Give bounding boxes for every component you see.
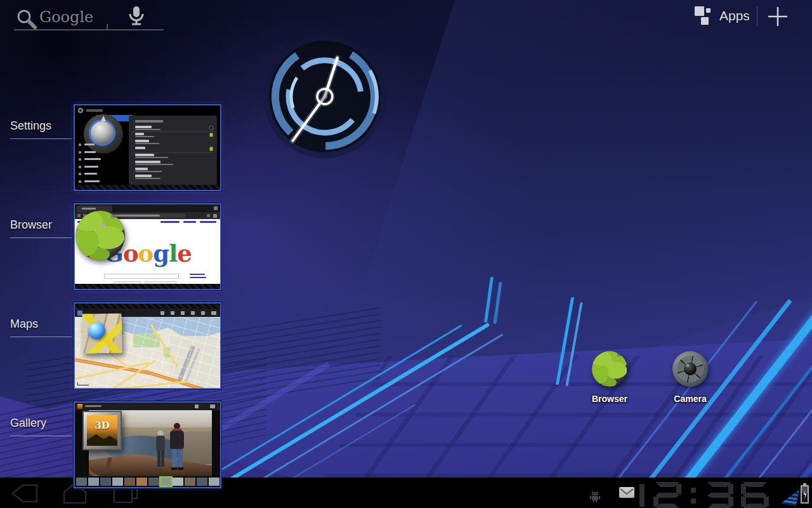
gallery-action-bar xyxy=(75,403,220,410)
settings-panel-row xyxy=(135,175,152,177)
settings-list-item xyxy=(79,158,81,161)
usb-debugging-icon xyxy=(589,490,601,503)
settings-list-item xyxy=(79,180,81,183)
settings-list-item xyxy=(84,151,96,153)
settings-list-item xyxy=(84,173,97,175)
settings-list-item xyxy=(79,173,81,175)
top-right-cluster: Apps xyxy=(672,0,812,33)
email-notification-icon xyxy=(619,487,634,498)
google-logo-letter: g xyxy=(153,239,169,267)
google-search-widget[interactable]: Google xyxy=(0,0,178,38)
settings-panel-row xyxy=(135,147,145,149)
recent-thumbnail-settings[interactable] xyxy=(74,104,221,191)
thumb-hatch xyxy=(75,185,220,190)
google-logo-letter: e xyxy=(177,239,192,267)
settings-panel-row xyxy=(135,157,168,159)
battery-charging-icon xyxy=(801,483,809,504)
clock-digit xyxy=(741,482,769,508)
settings-panel-row xyxy=(135,178,160,180)
settings-gear-icon xyxy=(78,108,83,113)
settings-checkbox xyxy=(209,147,214,151)
settings-list-item xyxy=(79,144,81,146)
shortcut-camera[interactable]: Camera xyxy=(657,351,723,404)
recent-thumbnail-gallery[interactable]: 3D xyxy=(74,401,221,488)
settings-panel-row xyxy=(135,126,152,128)
search-box xyxy=(104,274,179,279)
gallery-filmstrip xyxy=(75,476,220,487)
settings-panel-row xyxy=(135,143,159,145)
recent-underline xyxy=(10,138,72,139)
shortcut-label: Camera xyxy=(674,394,706,404)
filmstrip-thumb xyxy=(76,478,87,486)
google-logo-letter: o xyxy=(138,239,154,267)
browser-globe-icon xyxy=(592,351,627,387)
honeycomb-home-screen: Google Apps xyxy=(0,0,812,508)
settings-panel-row xyxy=(135,168,148,170)
filmstrip-thumb xyxy=(124,478,135,486)
recent-underline xyxy=(10,436,72,436)
thumb-hatch xyxy=(75,304,220,309)
clock-digit xyxy=(689,482,698,508)
gallery-3d-badge: 3D xyxy=(87,420,117,431)
recent-label-gallery: Gallery xyxy=(10,417,46,430)
settings-right-panel xyxy=(129,116,217,185)
add-widget-plus-icon[interactable] xyxy=(766,4,789,29)
search-logo-text[interactable]: Google xyxy=(39,8,93,26)
filmstrip-thumb xyxy=(136,478,147,486)
filmstrip-thumb xyxy=(148,478,159,486)
settings-panel-row xyxy=(135,164,173,166)
settings-list-item xyxy=(79,151,81,154)
maps-app-icon xyxy=(82,313,122,353)
recent-thumbnail-browser[interactable]: Google xyxy=(74,203,221,290)
settings-panel-row xyxy=(135,133,144,135)
microphone-icon[interactable] xyxy=(127,4,146,29)
person-adult xyxy=(169,423,185,474)
apps-button[interactable]: Apps xyxy=(719,8,750,23)
shortcut-browser[interactable]: Browser xyxy=(577,351,643,404)
settings-panel-row xyxy=(131,152,214,153)
camera-aperture-icon xyxy=(672,351,708,387)
filmstrip-thumb xyxy=(173,478,183,486)
shortcut-label: Browser xyxy=(592,394,627,404)
browser-globe-icon xyxy=(75,211,125,260)
settings-panel-row xyxy=(135,136,154,138)
settings-checkbox xyxy=(209,126,214,130)
settings-list-item xyxy=(84,144,95,145)
apps-grid-icon[interactable] xyxy=(695,6,715,25)
settings-checkbox xyxy=(209,133,214,137)
top-divider xyxy=(757,6,757,25)
search-underline xyxy=(14,29,107,30)
settings-list-item xyxy=(84,180,100,182)
clock-digit xyxy=(653,482,681,508)
map-scale xyxy=(77,382,89,385)
google-logo-letter: l xyxy=(169,239,177,267)
recent-label-browser: Browser xyxy=(10,218,52,232)
search-icon[interactable] xyxy=(15,8,38,30)
status-area[interactable] xyxy=(571,478,812,508)
filmstrip-thumb xyxy=(100,478,111,486)
recent-underline xyxy=(10,337,72,337)
settings-list-item xyxy=(79,166,81,168)
settings-volume-knob xyxy=(84,114,123,154)
recent-label-settings: Settings xyxy=(10,119,51,133)
settings-list-item xyxy=(84,158,101,160)
filmstrip-thumb xyxy=(88,478,99,486)
person-child xyxy=(155,431,166,470)
settings-list-item xyxy=(84,166,98,168)
google-logo-letter: o xyxy=(123,239,138,267)
back-button[interactable] xyxy=(8,481,41,505)
recent-thumbnail-maps[interactable] xyxy=(74,302,221,389)
settings-panel-row xyxy=(135,140,149,142)
voice-underline xyxy=(108,29,164,30)
clock-digit xyxy=(705,482,733,508)
recent-label-maps: Maps xyxy=(10,318,38,331)
settings-panel-row xyxy=(131,131,214,132)
settings-panel-row xyxy=(135,129,160,131)
settings-panel-row xyxy=(135,171,162,173)
signal-strength-icon xyxy=(781,487,800,506)
clock-digit xyxy=(639,482,646,508)
filmstrip-thumb xyxy=(209,478,219,486)
filmstrip-thumb xyxy=(197,478,207,486)
analog-clock-widget[interactable] xyxy=(261,33,388,160)
settings-panel-row xyxy=(135,161,160,163)
